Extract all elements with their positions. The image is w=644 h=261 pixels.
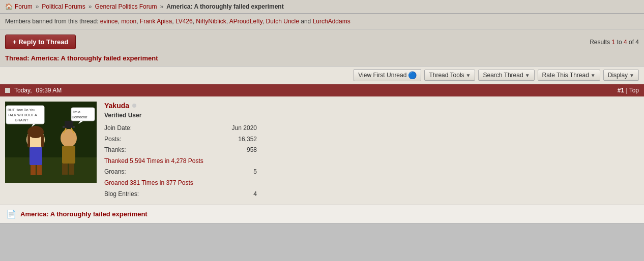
banned-member-frankapisa[interactable]: Frank Apisa [140,18,172,25]
display-button[interactable]: Display ▼ [603,70,639,81]
stat-groaned: Groaned 381 Times in 377 Posts [104,178,257,189]
svg-rect-17 [71,108,95,121]
user-stats: Join Date: Jun 2020 Posts: 16,352 Thanks… [104,123,639,200]
results-start-link[interactable]: 1 [612,39,616,46]
banned-member-aproudlefty[interactable]: AProudLefty [229,18,262,25]
svg-rect-16 [69,164,74,175]
post-top-link[interactable]: Top [629,87,639,94]
breadcrumb-sep3: » [160,3,163,10]
view-first-unread-button[interactable]: View First Unread 🔵 [354,69,421,81]
search-thread-arrow-icon: ▼ [525,73,530,78]
breadcrumb-sep1: » [36,3,39,10]
thread-title-text: America: A thoroughly failed experiment [31,54,158,62]
reply-results-row: + Reply to Thread Results 1 to 4 of 4 [0,29,644,52]
thanked-label: Thanked 5,594 Times in 4,278 Posts [104,156,203,167]
breadcrumb-home[interactable]: Forum [15,3,33,10]
results-text: Results 1 to 4 of 4 [590,39,639,46]
reply-to-thread-button[interactable]: + Reply to Thread [5,35,76,49]
display-arrow-icon: ▼ [629,73,634,78]
svg-text:TALK WITHOUT A: TALK WITHOUT A [8,113,37,117]
thread-title-bar: Thread: America: A thoroughly failed exp… [0,52,644,66]
breadcrumb: 🏠 Forum » Political Forums » General Pol… [0,0,644,14]
thread-label-prefix: Thread: [5,54,30,62]
banned-members-bar: Members banned from this thread: evince,… [0,14,644,29]
breadcrumb-general-politics[interactable]: General Politics Forum [95,3,157,10]
results-end-link[interactable]: 4 [624,39,627,46]
post-attachment-row: 📄 America: A thoroughly failed experimen… [0,205,644,223]
svg-rect-15 [62,164,68,175]
view-first-unread-icon: 🔵 [408,71,417,79]
banned-member-lv426[interactable]: LV426 [175,18,193,25]
svg-text:I'm a: I'm a [73,110,80,114]
post-header-right: #1 | Top [618,87,639,94]
stat-thanked: Thanked 5,594 Times in 4,278 Posts [104,156,257,167]
toolbar-row: View First Unread 🔵 Thread Tools ▼ Searc… [0,66,644,84]
posts-label: Posts: [104,134,121,145]
svg-text:BRAIN?: BRAIN? [15,118,28,122]
post-number: #1 [618,87,624,94]
banned-member-moon[interactable]: moon [121,18,136,25]
post-container: Today, 09:39 AM #1 | Top [0,84,644,224]
post-new-indicator [5,88,10,93]
username-link[interactable]: Yakuda [104,102,129,110]
stat-groans: Groans: 5 [104,167,257,178]
breadcrumb-thread-title: America: A thoroughly failed experiment [166,3,284,10]
groans-label: Groans: [104,167,126,178]
username-row: Yakuda [104,102,639,110]
user-avatar-panel: I'm a Democrat BUT How Do You TALK WITHO… [5,102,99,200]
post-body: I'm a Democrat BUT How Do You TALK WITHO… [0,96,644,205]
svg-rect-3 [30,147,42,165]
stat-blog: Blog Entries: 4 [104,189,257,200]
svg-point-9 [61,129,77,147]
stat-thanks: Thanks: 958 [104,145,257,156]
banned-member-evince[interactable]: evince [100,18,118,25]
svg-rect-5 [37,165,42,175]
blog-value: 4 [226,189,257,200]
banned-member-dutchuncle[interactable]: Dutch Uncle [266,18,299,25]
thanks-label: Thanks: [104,145,126,156]
online-status-icon [132,104,136,108]
svg-text:BUT How Do You: BUT How Do You [8,108,35,112]
stat-join-date: Join Date: Jun 2020 [104,123,257,134]
user-title: Verified User [104,112,639,119]
search-thread-button[interactable]: Search Thread ▼ [478,70,534,81]
post-date: Today, [14,87,32,94]
doc-icon: 📄 [6,209,16,219]
avatar-svg: I'm a Democrat BUT How Do You TALK WITHO… [5,102,97,183]
banned-member-lurchaddams[interactable]: LurchAddams [313,18,350,25]
thanks-value: 958 [226,145,257,156]
thread-tools-button[interactable]: Thread Tools ▼ [424,70,475,81]
svg-rect-7 [27,135,30,147]
attachment-link[interactable]: America: A thoroughly failed experiment [20,210,148,218]
thread-tools-arrow-icon: ▼ [466,73,471,78]
svg-rect-1 [5,157,97,183]
svg-rect-8 [41,135,44,147]
blog-label: Blog Entries: [104,189,139,200]
post-header: Today, 09:39 AM #1 | Top [0,84,644,96]
svg-text:Democrat: Democrat [72,115,87,119]
posts-value: 16,352 [226,134,257,145]
rate-thread-button[interactable]: Rate This Thread ▼ [538,70,600,81]
user-info-sidebar: Yakuda Verified User Join Date: Jun 2020… [104,102,639,200]
stat-posts: Posts: 16,352 [104,134,257,145]
join-date-value: Jun 2020 [226,123,257,134]
join-date-label: Join Date: [104,123,132,134]
rate-thread-arrow-icon: ▼ [591,73,596,78]
banned-member-niftyniblick[interactable]: NiftyNiblick [196,18,226,25]
groaned-label: Groaned 381 Times in 377 Posts [104,178,193,189]
banned-prefix: Members banned from this thread: [5,18,98,25]
breadcrumb-sep2: » [89,3,92,10]
post-header-left: Today, 09:39 AM [5,87,62,94]
svg-rect-4 [31,165,36,175]
post-time: 09:39 AM [36,87,62,94]
avatar-image: I'm a Democrat BUT How Do You TALK WITHO… [5,102,97,183]
svg-rect-12 [65,121,73,128]
svg-rect-10 [62,146,75,164]
home-icon: 🏠 [5,3,13,10]
breadcrumb-political-forums[interactable]: Political Forums [42,3,85,10]
groans-value: 5 [226,167,257,178]
